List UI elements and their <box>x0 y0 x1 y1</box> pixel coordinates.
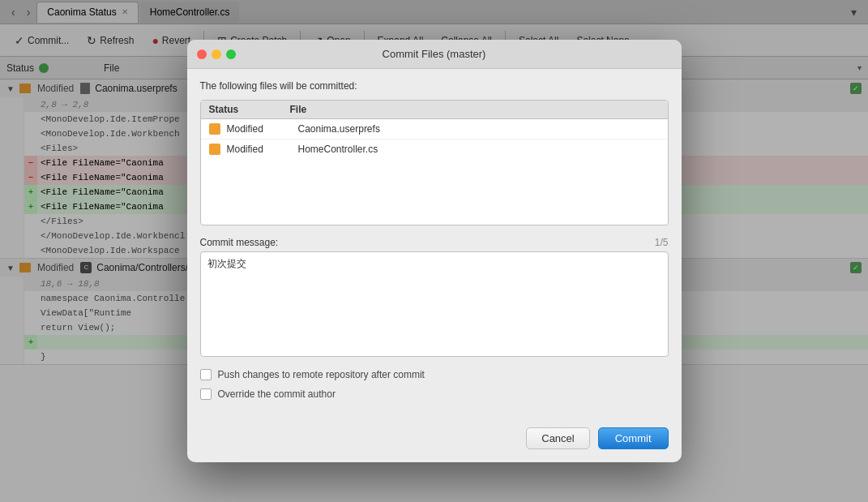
push-changes-checkbox[interactable] <box>200 369 212 380</box>
commit-files-table: Status File Modified Caonima.userprefs M… <box>200 100 669 225</box>
file-status-icon-2 <box>209 144 220 155</box>
override-author-label: Override the commit author <box>218 388 336 400</box>
modal-overlay: Commit Files (master) The following file… <box>0 0 868 502</box>
minimize-traffic-light[interactable] <box>212 49 221 59</box>
override-author-checkbox[interactable] <box>200 388 212 400</box>
modal-titlebar: Commit Files (master) <box>187 40 682 69</box>
maximize-traffic-light[interactable] <box>226 49 236 59</box>
file-row-homecontroller[interactable]: Modified HomeController.cs <box>201 139 668 159</box>
file-status-2: Modified <box>227 144 292 155</box>
commit-message-counter: 1/5 <box>655 237 669 248</box>
file-name-2: HomeController.cs <box>298 144 660 155</box>
traffic-lights <box>197 49 236 59</box>
commit-button-modal[interactable]: Commit <box>598 427 669 449</box>
file-status-icon-1 <box>209 123 220 135</box>
files-table-header: Status File <box>201 101 668 119</box>
file-status-1: Modified <box>227 123 292 135</box>
commit-message-label-row: Commit message: 1/5 <box>200 237 669 248</box>
modal-body: The following files will be committed: S… <box>187 69 682 419</box>
modal-footer: Cancel Commit <box>187 419 682 462</box>
cancel-button[interactable]: Cancel <box>526 427 589 449</box>
override-author-row: Override the commit author <box>200 388 669 400</box>
files-status-header: Status <box>209 104 290 115</box>
modal-title: Commit Files (master) <box>383 48 486 60</box>
commit-message-label: Commit message: <box>200 237 279 248</box>
file-name-1: Caonima.userprefs <box>298 123 660 135</box>
push-changes-label: Push changes to remote repository after … <box>218 369 425 380</box>
modal-subtitle: The following files will be committed: <box>200 80 669 92</box>
commit-message-textarea[interactable]: 初次提交 <box>200 251 669 357</box>
file-row-userprefs[interactable]: Modified Caonima.userprefs <box>201 119 668 139</box>
files-file-header: File <box>290 104 660 115</box>
close-traffic-light[interactable] <box>197 49 207 59</box>
files-table-body: Modified Caonima.userprefs Modified Home… <box>201 119 668 225</box>
commit-modal: Commit Files (master) The following file… <box>187 40 682 462</box>
push-changes-row: Push changes to remote repository after … <box>200 369 669 380</box>
